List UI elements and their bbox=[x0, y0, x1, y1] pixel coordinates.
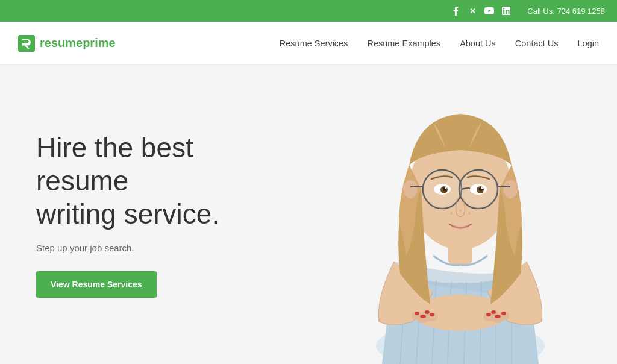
nav-link-login[interactable]: Login bbox=[578, 39, 599, 48]
nav-item-resume-services[interactable]: Resume Services bbox=[280, 38, 348, 49]
svg-point-16 bbox=[415, 312, 419, 315]
nav-link-resume-examples[interactable]: Resume Examples bbox=[367, 39, 440, 48]
nav-link-about-us[interactable]: About Us bbox=[460, 39, 496, 48]
svg-point-23 bbox=[495, 315, 501, 318]
x-twitter-icon[interactable]: ✕ bbox=[467, 5, 478, 16]
hero-image bbox=[304, 65, 617, 364]
svg-point-25 bbox=[491, 310, 496, 314]
nav-link-contact-us[interactable]: Contact Us bbox=[515, 39, 559, 48]
logo[interactable]: resumeprime bbox=[18, 35, 116, 52]
svg-point-24 bbox=[501, 312, 506, 315]
hero-title-line1: Hire the best resume bbox=[36, 132, 193, 196]
nav-item-resume-examples[interactable]: Resume Examples bbox=[367, 38, 440, 49]
nav-item-about-us[interactable]: About Us bbox=[460, 38, 496, 49]
svg-point-46 bbox=[468, 212, 471, 215]
person-illustration bbox=[334, 69, 587, 364]
phone-number: Call Us: 734 619 1258 bbox=[527, 7, 605, 16]
nav-link-resume-services[interactable]: Resume Services bbox=[280, 39, 348, 48]
svg-point-29 bbox=[403, 180, 418, 198]
logo-text: resumeprime bbox=[40, 36, 116, 50]
svg-point-18 bbox=[430, 313, 434, 316]
svg-point-17 bbox=[425, 310, 430, 314]
svg-point-44 bbox=[481, 187, 483, 189]
hero-title-line2: writing service. bbox=[36, 198, 219, 230]
hero-section: Hire the best resume writing service. St… bbox=[0, 65, 617, 364]
top-bar: ✕ Call Us: 734 619 1258 bbox=[0, 0, 617, 22]
nav-item-contact-us[interactable]: Contact Us bbox=[515, 38, 559, 49]
svg-point-30 bbox=[503, 180, 518, 198]
nav-links: Resume Services Resume Examples About Us… bbox=[280, 38, 599, 49]
hero-title: Hire the best resume writing service. bbox=[36, 131, 289, 231]
svg-point-15 bbox=[420, 315, 426, 318]
logo-text-green: prime bbox=[83, 36, 115, 49]
social-icons: ✕ bbox=[450, 5, 512, 16]
hero-content: Hire the best resume writing service. St… bbox=[0, 131, 289, 298]
svg-point-47 bbox=[460, 210, 462, 212]
linkedin-icon[interactable] bbox=[501, 5, 512, 16]
logo-text-dark: resume bbox=[40, 36, 83, 49]
svg-point-26 bbox=[486, 313, 491, 316]
view-resume-services-button[interactable]: View Resume Services bbox=[36, 271, 157, 298]
svg-point-45 bbox=[450, 212, 453, 215]
navbar: resumeprime Resume Services Resume Examp… bbox=[0, 22, 617, 65]
svg-point-40 bbox=[445, 187, 447, 189]
nav-item-login[interactable]: Login bbox=[578, 38, 599, 49]
facebook-icon[interactable] bbox=[450, 5, 461, 16]
youtube-icon[interactable] bbox=[484, 5, 495, 16]
hero-subtitle: Step up your job search. bbox=[36, 243, 289, 253]
logo-icon bbox=[18, 35, 35, 52]
